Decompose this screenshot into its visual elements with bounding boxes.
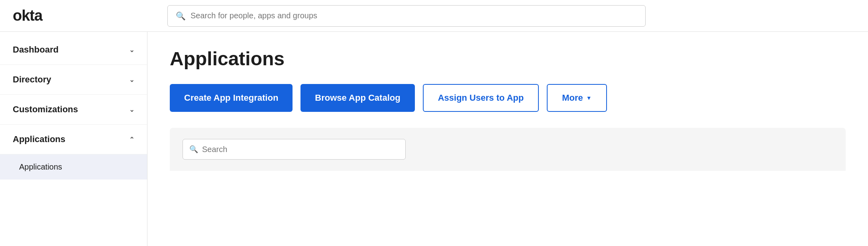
main-layout: Dashboard ⌄ Directory ⌄ Customizations ⌄… (0, 32, 868, 246)
browse-app-catalog-button[interactable]: Browse App Catalog (300, 84, 414, 112)
action-buttons: Create App Integration Browse App Catalo… (170, 84, 846, 112)
sidebar-item-directory-label: Directory (13, 74, 51, 85)
chevron-down-icon: ⌄ (129, 46, 134, 54)
chevron-down-icon: ▼ (586, 95, 592, 101)
chevron-up-icon: ⌃ (129, 136, 134, 143)
sidebar-sub-item-applications[interactable]: Applications (0, 154, 147, 180)
sidebar-sub-item-applications-label: Applications (19, 162, 62, 171)
sidebar-item-customizations[interactable]: Customizations ⌄ (0, 95, 147, 125)
global-search-bar[interactable]: 🔍 (167, 5, 646, 27)
global-search-wrapper: 🔍 (167, 5, 646, 27)
more-button[interactable]: More ▼ (547, 84, 607, 112)
apps-search-bar[interactable]: 🔍 (183, 139, 406, 160)
sidebar-item-applications-label: Applications (13, 134, 65, 144)
sidebar-item-customizations-label: Customizations (13, 104, 78, 115)
more-label: More (562, 93, 583, 103)
sidebar-item-dashboard[interactable]: Dashboard ⌄ (0, 35, 147, 65)
sidebar-item-dashboard-label: Dashboard (13, 45, 59, 55)
create-app-integration-button[interactable]: Create App Integration (170, 84, 293, 112)
global-search-input[interactable] (190, 11, 637, 20)
sidebar-item-directory[interactable]: Directory ⌄ (0, 65, 147, 95)
sidebar-item-applications[interactable]: Applications ⌃ (0, 125, 147, 154)
search-icon: 🔍 (176, 11, 186, 21)
apps-search-input[interactable] (202, 145, 399, 154)
assign-users-to-app-button[interactable]: Assign Users to App (423, 84, 539, 112)
main-content: Applications Create App Integration Brow… (147, 32, 868, 246)
page-title: Applications (170, 48, 846, 70)
search-icon: 🔍 (189, 145, 198, 154)
search-section: 🔍 (170, 128, 846, 171)
assign-users-to-app-label: Assign Users to App (438, 93, 524, 103)
okta-logo: okta (13, 7, 148, 24)
chevron-down-icon: ⌄ (129, 76, 134, 84)
chevron-down-icon: ⌄ (129, 106, 134, 113)
header: okta 🔍 (0, 0, 868, 32)
sidebar: Dashboard ⌄ Directory ⌄ Customizations ⌄… (0, 32, 147, 246)
